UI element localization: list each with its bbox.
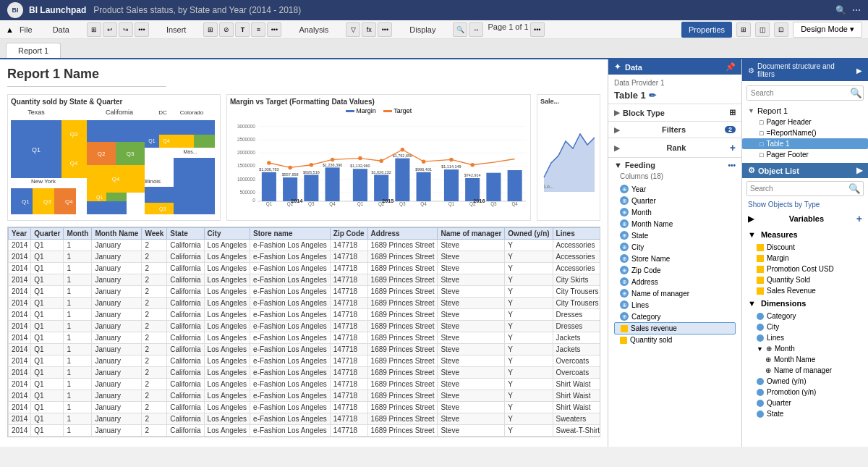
doc-search-button[interactable]: 🔍 [846,86,866,100]
tb-insert-icon2[interactable]: ⊘ [219,22,234,37]
table-cell: 2 [142,286,167,298]
col-store: Store name [250,228,331,240]
design-mode-button[interactable]: Design Mode ▾ [793,22,862,38]
menu-file[interactable]: File [17,24,35,35]
tb-analysis-more[interactable]: ••• [378,22,392,37]
doc-panel-close[interactable]: ▶ [856,67,862,75]
table-cell: January [92,344,142,355]
dim-category[interactable]: Category [742,311,868,321]
dim-month-folder[interactable]: ▼ ⊕ Month [742,343,868,354]
tb-data-icon2[interactable]: ↩ [103,22,117,37]
rank-plus[interactable]: + [730,142,736,153]
tb-data-more[interactable]: ••• [135,22,149,37]
svg-text:$1,236,390: $1,236,390 [323,163,342,167]
block-type-header[interactable]: ▶ Block Type ⊞ [608,104,741,121]
dim-lines[interactable]: Lines [742,332,868,343]
svg-text:$742,914: $742,914 [464,173,481,177]
menu-analysis[interactable]: Analysis [296,24,331,35]
page-header-icon: □ [760,119,763,126]
treemap-title: Quantity sold by State & Quarter [11,98,217,106]
menu-data[interactable]: Data [50,24,72,35]
block-type-arrow: ▶ [614,109,620,117]
tb-insert-icon1[interactable]: ⊞ [203,22,218,37]
svg-point-80 [288,166,292,169]
columns-label: Columns (18) [608,172,741,183]
filters-badge: 2 [725,126,736,133]
dim-nameofmanager[interactable]: ⊕ Name of manager [742,365,868,376]
table-cell: 1689 Princes Street [367,274,438,286]
file-toggle[interactable]: ▲ [6,25,14,34]
measure-discount[interactable]: Discount [742,242,868,253]
measure-promopcost[interactable]: Promotion Cost USD [742,264,868,274]
tree-pager-header[interactable]: □ Pager Header [742,117,868,127]
svg-rect-57 [262,172,276,201]
table-cell: Dresses [553,321,600,332]
tab-report1[interactable]: Report 1 [6,43,61,58]
doc-search-input[interactable] [747,86,846,100]
measure-salesrev[interactable]: Sales Revenue [742,285,868,296]
table-cell: City Trousers [553,286,600,298]
tb-insert-more[interactable]: ••• [267,22,281,37]
table-cell: 1 [64,355,92,367]
tb-struct-icon3[interactable]: ⊡ [774,22,788,37]
dim-state[interactable]: State [742,408,868,419]
svg-rect-36 [106,193,127,201]
measure-margin[interactable]: Margin [742,253,868,264]
filters-header[interactable]: ▶ Filters 2 [608,122,741,138]
data-panel-pin[interactable]: 📌 [726,62,736,72]
tb-insert-icon3[interactable]: ≡ [251,22,265,37]
table-edit-icon[interactable]: ✏ [649,91,656,101]
table-cell: Steve [438,240,505,251]
dim-monthname[interactable]: ⊕ Month Name [742,354,868,365]
tb-display-more[interactable]: ••• [530,22,545,37]
dim-quarter[interactable]: Quarter [742,397,868,408]
feeding-arrow[interactable]: ▼ [614,161,622,169]
table-cell: Los Angeles [204,286,250,298]
tb-data-icon1[interactable]: ⊞ [87,22,101,37]
table-cell: January [92,402,142,413]
table-cell: 1689 Princes Street [367,390,438,402]
tb-struct-icon2[interactable]: ◫ [755,22,770,37]
menu-display[interactable]: Display [407,24,438,35]
tb-struct-icon1[interactable]: ⊞ [736,22,751,37]
show-objects-link[interactable]: Show Objects by Type [742,199,868,210]
measures-section[interactable]: ▼ Measures [742,227,868,242]
svg-point-88 [470,163,474,167]
dim-city[interactable]: City [742,321,868,332]
tree-pager-footer[interactable]: □ Pager Footer [742,149,868,160]
sales-chart: Sale... Lo... [537,94,600,221]
obj-search-button[interactable]: 🔍 [845,182,864,195]
dim-owned[interactable]: Owned (y/n) [742,376,868,387]
tb-data-icon3[interactable]: ↪ [119,22,133,37]
variables-plus[interactable]: + [856,213,862,224]
properties-button[interactable]: Properties [681,22,732,38]
table-cell: 1 [64,298,92,309]
table-cell: Accessories [553,240,600,251]
tree-reportname[interactable]: □ =ReportName() [742,127,868,138]
tb-analysis-filter[interactable]: ▽ [346,22,360,37]
table-cell: January [92,286,142,298]
feeding-scroll[interactable]: Columns (18) ⊕ Year ⊕ Quarter ⊕ Month [608,172,741,346]
tree-report1[interactable]: ▼ Report 1 [742,105,868,117]
tb-insert-t[interactable]: T [235,22,250,37]
object-list-close[interactable]: ▶ [856,166,862,175]
obj-search-input[interactable] [747,182,845,195]
variables-header[interactable]: ▶ Variables + [742,210,868,227]
dim-promotion[interactable]: Promotion (y/n) [742,387,868,397]
search-icon[interactable]: 🔍 [835,5,846,15]
table-cell: Q1 [31,332,64,344]
dimensions-section[interactable]: ▼ Dimensions [742,296,868,311]
table-cell: January [92,390,142,402]
menu-icon[interactable]: ⋯ [852,5,861,15]
measure-qsold[interactable]: Quantity Sold [742,274,868,285]
rank-header[interactable]: ▶ Rank + [608,138,741,157]
tb-display-zoom[interactable]: 🔍 [453,22,467,37]
table-cell: January [92,321,142,332]
tb-analysis-fx[interactable]: fx [362,22,376,37]
tree-table1[interactable]: □ Table 1 [742,138,868,149]
feeding-more[interactable]: ••• [728,161,736,169]
linebar-title: Margin vs Target (Formatting Data Values… [230,98,527,106]
menu-insert[interactable]: Insert [163,24,190,35]
table-cell: e-Fashion Los Angeles [250,413,331,425]
tb-display-icon2[interactable]: ↔ [469,22,483,37]
